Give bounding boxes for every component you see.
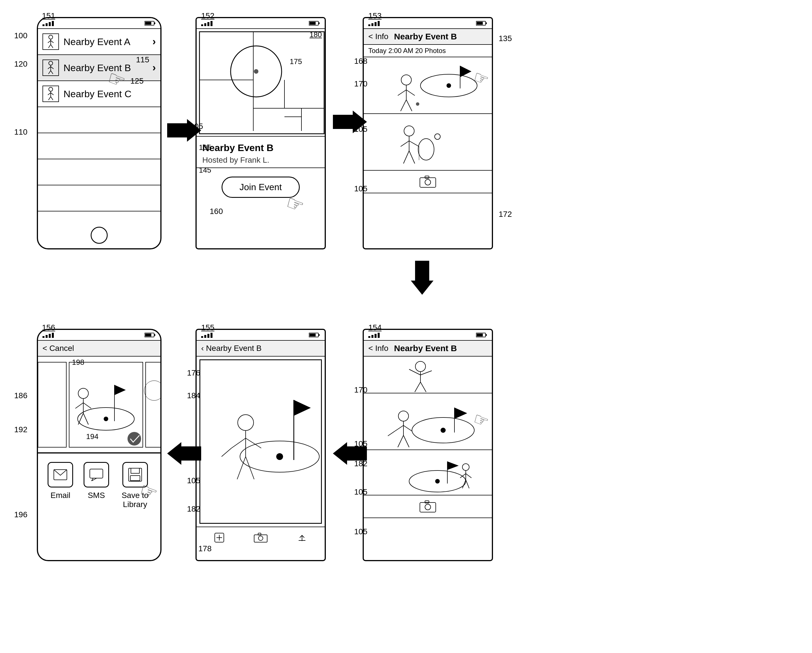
screen-155: ‹ Nearby Event B [195,329,326,561]
svg-rect-113 [319,334,320,336]
sms-icon [89,468,104,481]
svg-rect-135 [46,335,47,338]
svg-rect-110 [208,334,209,338]
event-name-152: Nearby Event B [202,142,319,153]
ref-168: 168 [354,57,368,66]
svg-point-69 [425,179,430,185]
svg-rect-71 [368,336,370,338]
svg-rect-0 [43,24,44,26]
svg-rect-30 [319,22,320,24]
svg-line-152 [83,413,89,425]
arrow-right-1 [167,119,201,142]
battery-icon-152 [309,20,320,26]
svg-point-52 [401,75,411,85]
ref-172: 172 [499,210,512,219]
photo-row-1-153: ☞ [364,57,492,114]
svg-line-104 [466,480,469,488]
svg-rect-5 [154,22,155,24]
arrow-left-2 [167,442,201,465]
battery-icon-153 [476,20,487,26]
sms-share-btn[interactable]: SMS [84,462,109,500]
screen-154: < Info Nearby Event B [363,329,493,561]
photo-camera-row-153[interactable] [364,171,492,193]
signal-icon-151 [43,20,56,26]
svg-rect-2 [49,22,51,26]
svg-rect-160 [131,468,139,473]
ref-196: 196 [14,510,27,519]
list-item-event-a[interactable]: Nearby Event A › [38,29,160,55]
ref-178: 178 [198,544,212,553]
ref-151: 151 [42,11,55,20]
svg-rect-136 [49,334,51,338]
svg-rect-157 [90,469,103,478]
svg-point-130 [258,536,263,540]
svg-line-15 [48,67,51,69]
back-btn-153[interactable]: < Info [368,32,388,41]
svg-line-150 [83,403,91,408]
back-btn-155[interactable]: ‹ Nearby Event B [201,344,261,353]
svg-point-78 [415,361,426,372]
camera-icon-154 [419,500,436,513]
svg-line-21 [48,93,51,95]
signal-icon-156 [43,332,56,338]
toolbar-icon-1[interactable] [214,532,224,544]
person-icon-c [46,87,56,101]
svg-rect-111 [211,333,212,338]
save-icon [128,468,142,482]
svg-rect-42 [371,23,373,26]
photo-row-mid1-154: ☞ [364,393,492,450]
event-c-text: Nearby Event C [64,89,156,99]
add-icon-155 [214,532,224,543]
floor-plan-152: 180 175 [197,29,325,137]
svg-line-103 [462,480,466,488]
event-a-icon [43,34,59,50]
ref-198: 198 [72,358,84,367]
svg-point-49 [447,83,451,88]
ref-145-152: 145 [199,166,211,174]
ref-160-ext: 160 [210,207,223,216]
svg-line-62 [409,141,419,147]
svg-rect-41 [368,24,370,26]
photo-row-top-154 [364,356,492,393]
svg-marker-164 [411,261,433,295]
signal-icon-152 [201,20,215,26]
email-share-btn[interactable]: Email [47,462,73,500]
svg-rect-134 [43,336,44,338]
svg-line-57 [406,100,412,111]
svg-rect-137 [52,333,54,338]
svg-line-90 [395,425,403,431]
svg-marker-163 [333,110,367,133]
join-event-button[interactable]: Join Event [221,177,299,198]
home-button-151[interactable] [91,227,108,244]
nav-title-154: Nearby Event B [394,344,457,353]
svg-rect-27 [208,22,209,26]
signal-icon-153 [368,20,383,26]
svg-line-123 [237,457,246,479]
svg-point-88 [398,411,409,421]
event-info-152: Nearby Event B Hosted by Frank L. [197,137,325,168]
photo-preview-156: 198 194 [38,356,160,453]
person-icon-b [46,61,56,75]
svg-rect-72 [371,335,373,338]
svg-marker-162 [167,119,201,142]
svg-line-61 [401,141,409,147]
toolbar-icon-3[interactable] [297,532,307,544]
ref-154: 154 [368,323,382,332]
camera-row-154[interactable] [364,495,492,518]
svg-line-55 [406,90,415,95]
svg-point-85 [441,428,446,433]
svg-rect-139 [154,334,155,336]
back-btn-154[interactable]: < Info [368,344,388,353]
svg-rect-74 [378,333,380,338]
cancel-btn-156[interactable]: < Cancel [43,344,74,353]
arrow-right-2 [333,110,367,133]
ref-180-152: 180 [310,30,322,39]
svg-marker-166 [167,442,201,465]
svg-line-12 [51,44,53,48]
svg-point-59 [404,126,414,136]
svg-point-19 [49,87,53,91]
svg-point-116 [276,453,283,460]
ref-194: 194 [86,432,98,441]
signal-icon-155 [201,332,215,338]
toolbar-icon-2[interactable] [253,532,268,544]
